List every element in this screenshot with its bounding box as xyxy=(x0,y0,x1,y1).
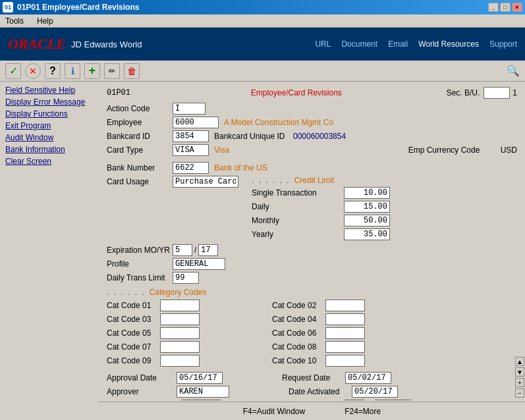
expiration-year-input[interactable] xyxy=(198,244,218,256)
oracle-logo-area: ORACLE JD Edwards World xyxy=(8,36,142,53)
profile-input[interactable] xyxy=(173,258,225,270)
sidebar-item-display-functions[interactable]: Display Functions xyxy=(5,108,94,120)
scroll-down-button[interactable]: ▼ xyxy=(515,367,524,377)
card-usage-input[interactable] xyxy=(173,176,238,188)
bank-number-label: Bank Number xyxy=(107,163,173,172)
sidebar-item-audit-window[interactable]: Audit Window xyxy=(5,132,94,144)
zoom-in-button[interactable]: + xyxy=(515,378,524,387)
monthly-label: Monthly xyxy=(252,216,344,225)
bank-number-input[interactable] xyxy=(173,162,209,174)
minimize-button[interactable]: _ xyxy=(488,3,499,12)
cat-08-input[interactable] xyxy=(325,341,365,353)
yearly-label: Yearly xyxy=(252,230,344,239)
scroll-up-button[interactable]: ▲ xyxy=(515,357,524,366)
expiration-label: Expiration MO/YR xyxy=(107,246,173,255)
toolbar: ✓ ✕ ? ℹ + ✏ 🗑 🔍 xyxy=(0,61,525,82)
sidebar: Field Sensitive Help Display Error Messa… xyxy=(0,82,99,170)
f24-label: F24=More xyxy=(345,407,381,416)
close-button[interactable]: × xyxy=(512,3,522,12)
monthly-input[interactable] xyxy=(344,215,390,226)
cat-07-input[interactable] xyxy=(160,341,200,353)
card-type-label: Card Type xyxy=(107,145,173,155)
sec-bu-input[interactable] xyxy=(484,87,510,99)
card-type-name: Visa xyxy=(214,145,229,155)
search-button[interactable]: 🔍 xyxy=(507,65,520,77)
yearly-input[interactable] xyxy=(344,228,390,240)
daily-input[interactable] xyxy=(344,201,390,213)
cancel-button[interactable]: ✕ xyxy=(25,63,41,79)
zoom-out-button[interactable]: − xyxy=(515,388,524,398)
daily-label: Daily xyxy=(252,202,344,211)
app-icon: 01 xyxy=(3,2,13,13)
cat-05-input[interactable] xyxy=(160,327,200,339)
title-bar-controls[interactable]: _ □ × xyxy=(488,3,522,12)
cat-03-input[interactable] xyxy=(160,313,200,325)
bottom-bar: F4=Audit Window F24=More xyxy=(99,402,525,420)
amt-our-rcpt-input[interactable] xyxy=(181,400,221,400)
employee-name: A Model Construction Mgmt Co xyxy=(224,118,333,127)
date-activated-input[interactable] xyxy=(352,386,398,398)
cat-01-input[interactable] xyxy=(160,300,200,311)
sidebar-item-field-sensitive-help[interactable]: Field Sensitive Help xyxy=(5,84,94,96)
nav-world-resources[interactable]: World Resources xyxy=(418,39,479,49)
main-content: 01P01 Employee/Card Revisions Sec. B/U. … xyxy=(99,82,525,400)
profile-label: Profile xyxy=(107,259,173,269)
menu-tools[interactable]: Tools xyxy=(3,16,26,26)
title-bar: 01 01P01 Employee/Card Revisions _ □ × xyxy=(0,0,525,14)
help-button[interactable]: ? xyxy=(45,63,61,79)
cat-01-label: Cat Code 01 xyxy=(107,301,156,310)
approval-date-label: Approval Date xyxy=(107,373,173,382)
nav-url[interactable]: URL xyxy=(315,39,331,49)
window-title: 01P01 Employee/Card Revisions xyxy=(17,3,139,12)
maximize-button[interactable]: □ xyxy=(500,3,511,12)
card-type-input[interactable] xyxy=(173,144,209,156)
nav-support[interactable]: Support xyxy=(489,39,517,49)
cat-04-input[interactable] xyxy=(325,313,365,325)
sidebar-item-clear-screen[interactable]: Clear Screen xyxy=(5,155,94,167)
action-code-input[interactable] xyxy=(173,103,206,115)
check-button[interactable]: ✓ xyxy=(5,63,21,79)
cat-02-input[interactable] xyxy=(325,300,365,311)
menu-bar: Tools Help xyxy=(0,14,525,28)
oracle-logo: ORACLE xyxy=(8,36,66,53)
edit-button[interactable]: ✏ xyxy=(104,63,120,79)
employee-label: Employee xyxy=(107,118,173,127)
approver-input[interactable] xyxy=(177,386,229,398)
bankcard-unique-id-value: 000060003854 xyxy=(293,132,346,141)
deact-date-input[interactable] xyxy=(375,400,411,400)
header: ORACLE JD Edwards World URL Document Ema… xyxy=(0,28,525,61)
delete-button[interactable]: 🗑 xyxy=(124,63,140,79)
nav-document[interactable]: Document xyxy=(341,39,377,49)
cat-05-label: Cat Code 05 xyxy=(107,328,156,338)
credit-limit-dots: . . . . . . xyxy=(252,176,290,185)
nav-email[interactable]: Email xyxy=(388,39,408,49)
employee-input[interactable] xyxy=(173,117,219,128)
cat-02-label: Cat Code 02 xyxy=(272,301,321,310)
cat-06-label: Cat Code 06 xyxy=(272,328,321,338)
request-date-input[interactable] xyxy=(345,372,391,384)
daily-trans-limit-label: Daily Trans Limit xyxy=(107,273,173,282)
bankcard-id-input[interactable] xyxy=(173,130,209,142)
cat-09-label: Cat Code 09 xyxy=(107,356,156,365)
sidebar-item-display-error[interactable]: Display Error Message xyxy=(5,96,94,108)
bankcard-unique-id-label: Bankcard Unique ID xyxy=(214,132,293,141)
bankcard-id-label: Bankcard ID xyxy=(107,132,173,141)
daily-trans-limit-input[interactable] xyxy=(173,272,199,284)
program-id: 01P01 xyxy=(107,88,146,97)
sidebar-item-bank-information[interactable]: Bank Information xyxy=(5,144,94,155)
scroll-area: ▲ ▼ + − xyxy=(514,82,525,400)
info-button[interactable]: ℹ xyxy=(65,63,80,79)
expiration-slash: / xyxy=(192,246,198,255)
cat-09-input[interactable] xyxy=(160,355,200,367)
sidebar-item-exit-program[interactable]: Exit Program xyxy=(5,120,94,132)
menu-help[interactable]: Help xyxy=(34,16,56,26)
cat-10-label: Cat Code 10 xyxy=(272,356,321,365)
deact-code-input[interactable] xyxy=(345,400,364,400)
cat-10-input[interactable] xyxy=(325,355,365,367)
cat-06-input[interactable] xyxy=(325,327,365,339)
add-button[interactable]: + xyxy=(84,63,100,79)
approval-date-input[interactable] xyxy=(177,372,223,384)
single-trans-input[interactable] xyxy=(344,187,390,199)
toolbar-left: ✓ ✕ ? ℹ + ✏ 🗑 xyxy=(5,63,140,79)
expiration-month-input[interactable] xyxy=(173,244,192,256)
